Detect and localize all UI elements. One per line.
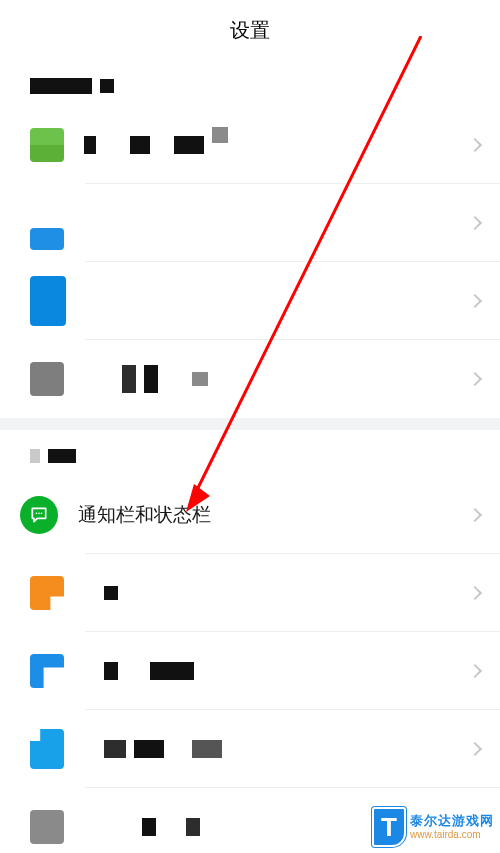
settings-row[interactable] [0,106,500,184]
blurred-text [142,818,156,836]
blurred-text [104,740,126,758]
row-icon [30,729,64,769]
row-icon [30,276,66,326]
blurred-text [150,662,194,680]
chevron-right-icon [468,586,482,600]
blurred-text [84,136,96,154]
watermark: T 泰尔达游戏网 www.tairda.com [372,807,494,847]
blurred-text [192,740,222,758]
row-label: 通知栏和状态栏 [78,502,211,528]
blurred-text [192,372,208,386]
chevron-right-icon [468,216,482,230]
watermark-url: www.tairda.com [410,829,494,840]
row-icon [30,228,64,250]
chevron-right-icon [468,138,482,152]
row-icon [30,654,64,688]
settings-row[interactable] [0,632,500,710]
blurred-text [134,740,164,758]
settings-row[interactable] [0,710,500,788]
chevron-right-icon [468,508,482,522]
blurred-text [212,127,228,143]
settings-row[interactable] [0,184,500,262]
chat-bubble-icon [20,496,58,534]
blurred-text [30,78,92,94]
row-icon [30,128,64,162]
settings-group-1 [0,60,500,418]
svg-point-2 [41,513,43,515]
watermark-brand: 泰尔达游戏网 [410,814,494,828]
blurred-text [48,449,76,463]
row-icon [30,810,64,844]
page-title: 设置 [0,0,500,60]
blurred-text [130,136,150,154]
blurred-text [30,449,40,463]
chevron-right-icon [468,742,482,756]
page-title-text: 设置 [230,17,270,44]
row-icon [30,362,64,396]
row-icon [30,576,64,610]
blurred-text [122,365,136,393]
blurred-text [100,79,114,93]
chevron-right-icon [468,664,482,678]
blurred-text [104,586,118,600]
chevron-right-icon [468,372,482,386]
blurred-text [174,136,204,154]
svg-point-1 [38,513,40,515]
settings-row-notification-status-bar[interactable]: 通知栏和状态栏 [0,476,500,554]
settings-row[interactable] [0,262,500,340]
settings-group-2: 通知栏和状态栏 [0,430,500,853]
svg-point-0 [36,513,38,515]
watermark-logo: T [372,807,406,847]
group-1-header [0,60,500,106]
settings-row[interactable] [0,340,500,418]
blurred-text [104,662,118,680]
blurred-text [186,818,200,836]
blurred-text [144,365,158,393]
group-2-header [0,430,500,476]
settings-row[interactable] [0,554,500,632]
chevron-right-icon [468,294,482,308]
